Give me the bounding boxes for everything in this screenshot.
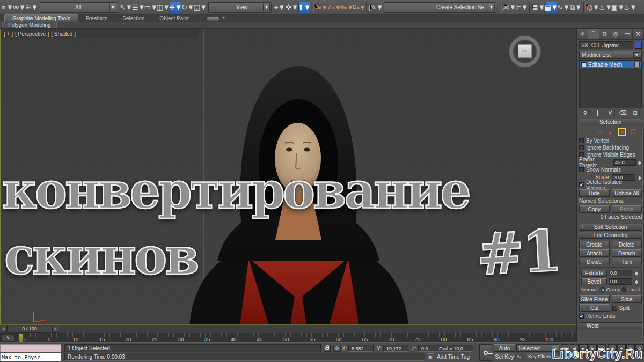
by-vertex-checkbox[interactable] xyxy=(579,138,584,143)
bevel-field[interactable]: 0,0 xyxy=(609,278,632,285)
unhide-all-button[interactable]: Unhide All xyxy=(612,189,642,197)
viewport-menu-plus[interactable]: [ + ] xyxy=(4,31,13,37)
chevron-down-icon[interactable]: ▼ xyxy=(488,4,495,11)
edit-geometry-button[interactable]: Detach xyxy=(612,249,642,257)
y-coordinate-field[interactable]: 19,172 xyxy=(383,345,408,352)
time-slider-track[interactable]: < 0 / 100 > xyxy=(0,324,576,333)
select-object-icon[interactable]: ↖ ▼ xyxy=(120,2,132,13)
reference-coordinate-dropdown[interactable]: View ▼ xyxy=(208,2,272,13)
hide-button[interactable]: Hide xyxy=(579,189,610,197)
ignore-backfacing-checkbox[interactable] xyxy=(579,145,584,150)
toolbar-separator[interactable]: ▼ xyxy=(312,2,314,13)
current-frame-marker[interactable] xyxy=(19,334,23,342)
select-and-scale-icon[interactable]: ◱ ▼ xyxy=(194,2,206,13)
vertex-subobject-icon[interactable]: ∴ xyxy=(584,128,592,136)
layer-manager-icon[interactable]: ≣ ▼ xyxy=(533,2,545,13)
snaps-toggle-icon[interactable]: 3ₙ ▼ xyxy=(316,2,327,13)
edit-geometry-button[interactable]: Attach xyxy=(579,249,610,257)
chevron-down-icon[interactable]: ▼ xyxy=(376,3,383,11)
select-and-rotate-icon[interactable]: ↻ ▼ xyxy=(182,2,194,13)
configure-modifier-sets-icon[interactable]: ⊞ xyxy=(631,110,640,116)
ribbon-tab[interactable]: Freeform xyxy=(78,15,115,22)
select-by-name-icon[interactable]: ☰ ▼ xyxy=(133,2,144,13)
align-icon[interactable]: ⊫ ▼ xyxy=(516,2,528,13)
chevron-down-icon[interactable]: ▼ xyxy=(575,3,582,11)
time-tag-icon[interactable]: ▣ xyxy=(427,353,434,360)
viewport-menu-shading[interactable]: [ Shaded ] xyxy=(51,31,76,37)
chevron-down-icon[interactable]: ▼ xyxy=(633,52,640,58)
track-bar[interactable]: ✎ 05101520253035404550556065707580859095… xyxy=(0,333,576,342)
maxscript-mini-listener-pink[interactable] xyxy=(0,344,61,352)
edit-geometry-button[interactable]: Create xyxy=(579,241,610,248)
toolbar-separator[interactable]: ▼ xyxy=(583,2,586,13)
ribbon-minimize-button[interactable] xyxy=(206,17,220,21)
spinner-snap-icon[interactable]: ⇅ₙ ▼ xyxy=(353,2,364,13)
copy-button[interactable]: Copy xyxy=(579,205,610,213)
bevel-spinner[interactable] xyxy=(634,278,639,285)
chevron-down-icon[interactable]: ▼ xyxy=(278,3,285,11)
chevron-down-icon[interactable]: ▼ xyxy=(19,3,26,11)
show-end-result-icon[interactable]: ❙ xyxy=(594,110,602,116)
polygon-modeling-tab[interactable]: Polygon Modeling xyxy=(2,22,57,28)
edit-geometry-button[interactable]: Divide xyxy=(579,258,610,265)
slice-plane-button[interactable]: Slice Plane xyxy=(579,295,610,303)
extrude-button[interactable]: Extrude xyxy=(581,270,607,277)
panel-scrollbar[interactable] xyxy=(642,129,644,362)
previous-frame-arrow[interactable]: < xyxy=(1,326,7,333)
bevel-button[interactable]: Bevel xyxy=(581,278,607,285)
chevron-down-icon[interactable]: ▼ xyxy=(175,3,182,11)
z-coordinate-field[interactable]: 0,0 xyxy=(418,345,437,352)
select-and-move-icon[interactable]: ✛ ▼ xyxy=(170,2,181,13)
graphite-ribbon-toggle-icon[interactable]: ▤ ▼ xyxy=(545,2,557,13)
edit-named-selections-icon[interactable]: {✎ ▼ xyxy=(370,2,382,13)
rectangular-selection-icon[interactable]: ▭ ▼ xyxy=(145,2,157,13)
object-name-field[interactable] xyxy=(579,41,633,49)
edge-subobject-icon[interactable]: ◿ xyxy=(595,128,604,136)
rendered-frame-icon[interactable]: ▣ ▼ xyxy=(612,2,624,13)
auto-key-button[interactable]: Auto Key xyxy=(494,344,515,352)
x-coordinate-field[interactable]: 8,582 xyxy=(348,345,374,352)
planar-thresh-spinner[interactable] xyxy=(638,159,642,166)
extrude-spinner[interactable] xyxy=(634,270,639,276)
curve-editor-icon[interactable]: ∿ ▼ xyxy=(558,2,569,13)
angle-snap-icon[interactable]: ∠ₙ ▼ xyxy=(328,2,340,13)
make-unique-icon[interactable]: ∀ xyxy=(606,110,615,116)
refine-ends-checkbox[interactable] xyxy=(579,314,584,319)
chevron-down-icon[interactable]: ▼ xyxy=(263,4,270,11)
soft-selection-rollout-header[interactable]: + Soft Selection xyxy=(579,224,642,231)
ribbon-tab[interactable]: Object Paint xyxy=(152,15,196,22)
selection-rollout-header[interactable]: − Selection xyxy=(579,119,642,125)
toolbar-separator[interactable]: ▼ xyxy=(529,2,531,13)
unlink-selection-icon[interactable]: ⚮ ▼ xyxy=(13,2,25,13)
planar-thresh-field[interactable]: 45,0 xyxy=(613,159,636,166)
tab-hierarchy[interactable]: ⧉ xyxy=(599,29,611,39)
keyboard-override-icon[interactable]: ⬆ ▼ xyxy=(298,2,310,13)
ribbon-tab[interactable]: Selection xyxy=(115,15,152,22)
default-in-out-tangent-icon[interactable]: ∿ xyxy=(517,353,524,360)
bind-to-space-warp-icon[interactable]: ≋ ▼ xyxy=(26,2,38,13)
tab-motion[interactable]: ◎ xyxy=(610,29,621,39)
object-color-swatch[interactable] xyxy=(635,42,642,49)
next-frame-arrow[interactable]: > xyxy=(52,326,58,333)
selection-filter-dropdown[interactable]: All ▼ xyxy=(40,2,118,13)
tab-create[interactable]: ✳ xyxy=(577,29,588,39)
delete-isolated-vertices-checkbox[interactable] xyxy=(579,182,584,187)
material-editor-icon[interactable]: ◍ ▼ xyxy=(587,2,599,13)
tab-modify[interactable]: ⌒ xyxy=(588,29,599,39)
polygon-subobject-icon[interactable]: ■ xyxy=(618,128,626,136)
edit-geometry-rollout-header[interactable]: − Edit Geometry xyxy=(579,232,642,239)
slice-button[interactable]: Slice xyxy=(612,295,642,303)
set-keys-button[interactable] xyxy=(479,344,492,361)
pin-stack-icon[interactable]: ⚲ xyxy=(581,110,590,116)
viewcube-top-face[interactable]: TOP xyxy=(518,44,532,58)
schematic-view-icon[interactable]: ⧉ ▼ xyxy=(570,2,582,13)
toolbar-separator[interactable]: ▼ xyxy=(500,2,502,13)
add-time-tag-label[interactable]: Add Time Tag xyxy=(437,354,470,360)
select-and-link-icon[interactable]: ⚭ ▼ xyxy=(1,2,13,13)
normal-group-radio[interactable] xyxy=(601,287,604,292)
element-subobject-icon[interactable]: ❒ xyxy=(629,128,638,136)
percent-snap-icon[interactable]: %ₙ ▼ xyxy=(340,2,352,13)
named-selection-set-dropdown[interactable]: Create Selection Se ▼ xyxy=(384,2,496,13)
window-crossing-icon[interactable]: ◫ ▼ xyxy=(157,2,169,13)
maxscript-mini-listener[interactable]: Max to Physc. xyxy=(0,353,61,361)
